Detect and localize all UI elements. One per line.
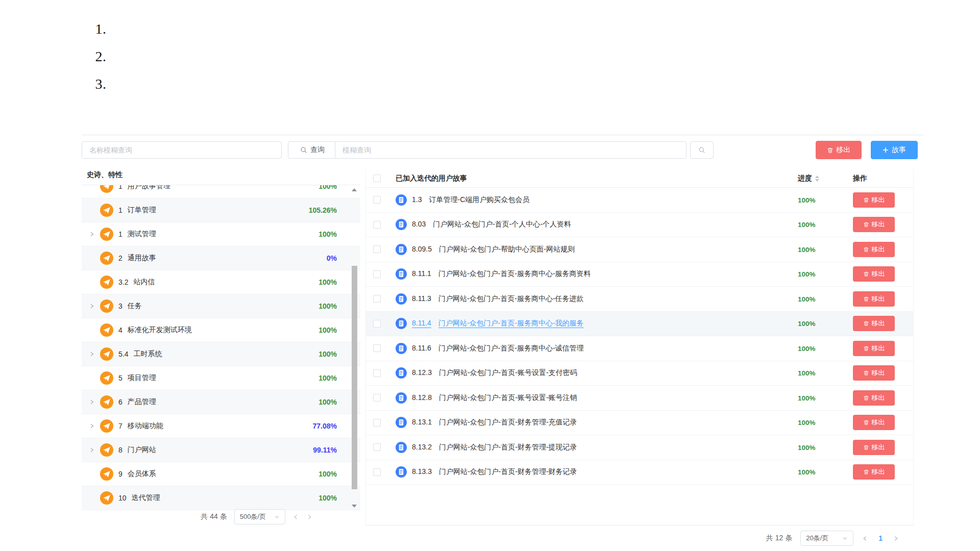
story-remove-button[interactable]: 移出 [853,242,895,257]
story-checkbox[interactable] [373,295,381,303]
story-link[interactable]: 8.13.3门户网站-众包门户-首页-财务管理-财务记录 [412,467,577,477]
story-remove-button[interactable]: 移出 [853,390,895,406]
story-code: 8.12.8 [412,393,432,402]
story-row[interactable]: 8.13.2门户网站-众包门户-首页-财务管理-提现记录 100% 移出 [366,435,913,460]
query-button[interactable]: 查询 [288,141,337,159]
story-checkbox[interactable] [373,344,381,352]
epic-row[interactable]: 10 迭代管理 100% [82,486,360,510]
story-row[interactable]: 1.3订单管理-C端用户购买众包会员 100% 移出 [366,188,913,213]
epic-search-input[interactable] [82,141,282,159]
story-row[interactable]: 8.09.5门户网站-众包门户-帮助中心页面-网站规则 100% 移出 [366,237,913,262]
story-remove-button[interactable]: 移出 [853,316,895,331]
story-link[interactable]: 8.13.1门户网站-众包门户-首页-财务管理-充值记录 [412,418,577,427]
story-link[interactable]: 8.09.5门户网站-众包门户-帮助中心页面-网站规则 [412,245,575,254]
story-checkbox[interactable] [373,196,381,204]
scroll-up-icon[interactable] [351,187,357,192]
expand-chevron-icon[interactable] [89,423,100,429]
epic-row[interactable]: 9 会员体系 100% [82,462,360,486]
story-checkbox[interactable] [373,221,381,229]
story-link[interactable]: 8.12.3门户网站-众包门户-首页-账号设置-支付密码 [412,368,577,378]
story-search-button[interactable] [690,141,714,159]
story-row[interactable]: 8.13.1门户网站-众包门户-首页-财务管理-充值记录 100% 移出 [366,411,913,436]
story-link[interactable]: 8.13.2门户网站-众包门户-首页-财务管理-提现记录 [412,443,577,452]
story-checkbox[interactable] [373,468,381,476]
story-checkbox[interactable] [373,245,381,253]
epics-prev-page-icon[interactable] [292,514,299,520]
stories-prev-page-icon[interactable] [862,535,868,542]
epic-progress: 100% [318,398,337,406]
story-remove-button[interactable]: 移出 [853,266,895,282]
add-story-button[interactable]: 故事 [871,141,918,159]
epics-page-size-select[interactable]: 500条/页 [234,509,285,524]
story-row[interactable]: 8.11.4门户网站-众包门户-首页-服务商中心-我的服务 100% 移出 [366,312,913,337]
story-checkbox[interactable] [373,419,381,427]
epic-row[interactable]: 8 门户网站 99.11% [82,438,360,462]
scrollbar-thumb[interactable] [352,266,357,489]
story-remove-button[interactable]: 移出 [853,192,895,208]
expand-chevron-icon[interactable] [89,351,100,357]
story-row[interactable]: 8.11.6门户网站-众包门户-首页-服务商中心-诚信管理 100% 移出 [366,336,913,361]
story-remove-button[interactable]: 移出 [853,291,895,307]
story-checkbox[interactable] [373,369,381,377]
story-row[interactable]: 8.13.3门户网站-众包门户-首页-财务管理-财务记录 100% 移出 [366,460,913,485]
story-link[interactable]: 1.3订单管理-C端用户购买众包会员 [412,195,529,205]
epic-row[interactable]: 6 产品管理 100% [82,390,360,414]
story-checkbox[interactable] [373,443,381,451]
stories-page-size-select[interactable]: 20条/页 [800,531,853,546]
story-link[interactable]: 8.11.6门户网站-众包门户-首页-服务商中心-诚信管理 [412,344,584,353]
epic-row[interactable]: 5 项目管理 100% [82,366,360,390]
story-remove-button[interactable]: 移出 [853,415,895,430]
story-code: 8.11.6 [412,344,431,352]
epic-row[interactable]: 2 通用故事 0% [82,246,360,270]
trash-icon [863,296,869,302]
epic-row[interactable]: 5.4 工时系统 100% [82,342,360,366]
story-row[interactable]: 8.03门户网站-众包门户-首页-个人中心-个人资料 100% 移出 [366,213,913,238]
remove-selected-button[interactable]: 移出 [816,141,862,159]
story-link[interactable]: 8.11.1门户网站-众包门户-首页-服务商中心-服务商资料 [412,269,591,279]
epic-row[interactable]: 4 标准化开发测试环境 100% [82,318,360,342]
expand-chevron-icon[interactable] [89,447,100,453]
story-remove-button[interactable]: 移出 [853,464,895,480]
paper-plane-icon [100,467,113,481]
story-link[interactable]: 8.11.3门户网站-众包门户-首页-服务商中心-任务进款 [412,294,584,304]
story-row[interactable]: 8.12.3门户网站-众包门户-首页-账号设置-支付密码 100% 移出 [366,361,913,386]
epic-row[interactable]: 3.2 站内信 100% [82,270,360,294]
epic-row[interactable]: 1 测试管理 100% [82,222,360,246]
stories-next-page-icon[interactable] [893,535,899,542]
story-checkbox[interactable] [373,394,381,402]
story-remove-button[interactable]: 移出 [853,365,895,381]
expand-chevron-icon[interactable] [89,231,100,237]
column-progress: 进度 [792,174,847,183]
page-number[interactable]: 1 [876,534,885,542]
story-remove-button[interactable]: 移出 [853,440,895,455]
story-checkbox[interactable] [373,320,381,328]
epic-progress: 100% [318,470,337,478]
story-link[interactable]: 8.03门户网站-众包门户-首页-个人中心-个人资料 [412,220,571,229]
story-remove-button[interactable]: 移出 [853,217,895,232]
epic-label: 通用故事 [122,254,156,263]
epic-row[interactable]: 3 任务 100% [82,294,360,318]
trash-icon [827,147,834,154]
sort-carets-icon[interactable] [815,176,819,182]
epic-row[interactable]: 1 订单管理 105.26% [82,198,360,222]
story-remove-button[interactable]: 移出 [853,341,895,356]
story-code: 8.13.3 [412,467,432,475]
expand-chevron-icon[interactable] [89,399,100,405]
epic-progress: 100% [318,326,337,334]
story-row[interactable]: 8.12.8门户网站-众包门户-首页-账号设置-账号注销 100% 移出 [366,386,913,411]
epics-next-page-icon[interactable] [306,514,313,520]
story-link[interactable]: 8.12.8门户网站-众包门户-首页-账号设置-账号注销 [412,393,577,403]
story-doc-icon [396,442,407,453]
story-row[interactable]: 8.11.1门户网站-众包门户-首页-服务商中心-服务商资料 100% 移出 [366,262,913,287]
epic-row[interactable]: 1 用户故事管理 100% [82,185,360,198]
epic-row[interactable]: 7 移动端功能 77.08% [82,414,360,438]
story-checkbox[interactable] [373,270,381,278]
story-row[interactable]: 8.11.3门户网站-众包门户-首页-服务商中心-任务进款 100% 移出 [366,287,913,312]
story-search-input[interactable] [335,141,687,159]
epic-progress: 100% [318,185,337,190]
story-link[interactable]: 8.11.4门户网站-众包门户-首页-服务商中心-我的服务 [412,319,584,328]
scroll-down-icon[interactable] [351,504,357,509]
expand-chevron-icon[interactable] [89,303,100,309]
trash-icon [863,320,869,327]
select-all-checkbox[interactable] [373,174,381,182]
